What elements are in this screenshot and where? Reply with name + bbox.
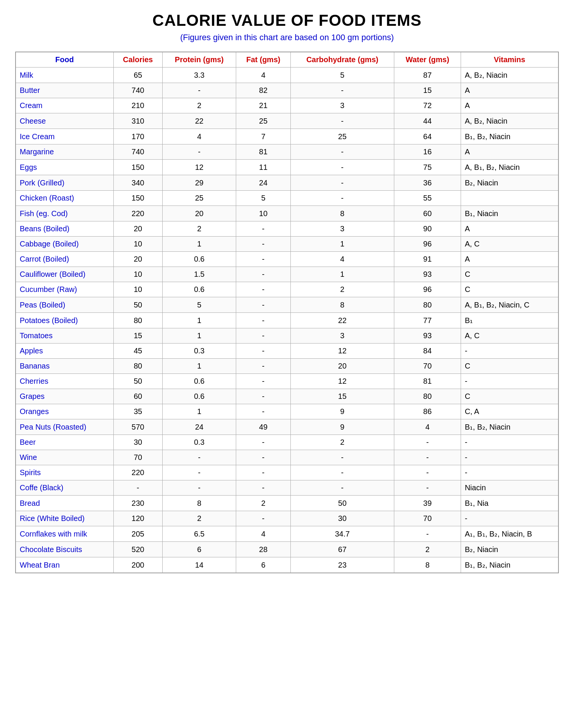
table-row: Cream210221372A: [16, 98, 558, 113]
num-cell: 67: [290, 542, 394, 557]
num-cell: -: [290, 160, 394, 175]
num-cell: 6: [236, 557, 291, 573]
vitamins-cell: B₁, Niacin: [461, 206, 558, 221]
food-name-cell: Oranges: [16, 404, 113, 419]
num-cell: 44: [394, 113, 461, 129]
num-cell: -: [290, 175, 394, 191]
table-row: Bananas801-2070C: [16, 359, 558, 374]
table-row: Cabbage (Boiled)101-196A, C: [16, 237, 558, 252]
table-row: Chocolate Biscuits520628672B₂, Niacin: [16, 542, 558, 557]
table-row: Milk653.34587A, B₂, Niacin: [16, 67, 558, 83]
num-cell: 12: [290, 374, 394, 389]
num-cell: 60: [394, 206, 461, 221]
num-cell: -: [236, 328, 291, 344]
table-row: Beer300.3-2--: [16, 435, 558, 450]
food-name-cell: Pork (Grilled): [16, 175, 113, 191]
num-cell: 740: [113, 83, 162, 98]
num-cell: 5: [162, 297, 236, 313]
num-cell: 3.3: [162, 67, 236, 83]
num-cell: 39: [394, 496, 461, 511]
num-cell: 50: [113, 374, 162, 389]
food-name-cell: Butter: [16, 83, 113, 98]
num-cell: -: [290, 144, 394, 160]
num-cell: 5: [236, 191, 291, 206]
vitamins-cell: B₂, Niacin: [461, 175, 558, 191]
col-header-vitamins: Vitamins: [461, 52, 558, 67]
num-cell: 87: [394, 67, 461, 83]
num-cell: 11: [236, 160, 291, 175]
num-cell: 16: [394, 144, 461, 160]
vitamins-cell: A, B₁, B₂, Niacin, C: [461, 297, 558, 313]
vitamins-cell: B₁, B₂, Niacin: [461, 129, 558, 144]
num-cell: -: [236, 267, 291, 282]
num-cell: 1: [162, 328, 236, 344]
num-cell: 82: [236, 83, 291, 98]
num-cell: 70: [394, 359, 461, 374]
num-cell: 2: [290, 282, 394, 297]
num-cell: -: [394, 435, 461, 450]
vitamins-cell: A: [461, 144, 558, 160]
num-cell: 4: [394, 419, 461, 435]
table-row: Tomatoes151-393A, C: [16, 328, 558, 344]
col-header-fat: Fat (gms): [236, 52, 291, 67]
food-name-cell: Spirits: [16, 465, 113, 480]
food-name-cell: Carrot (Boiled): [16, 252, 113, 267]
num-cell: 8: [290, 206, 394, 221]
num-cell: 6.5: [162, 526, 236, 542]
vitamins-cell: C: [461, 267, 558, 282]
num-cell: -: [162, 450, 236, 465]
num-cell: -: [162, 144, 236, 160]
num-cell: 0.3: [162, 435, 236, 450]
vitamins-cell: -: [461, 450, 558, 465]
num-cell: 205: [113, 526, 162, 542]
num-cell: -: [236, 511, 291, 526]
num-cell: 23: [290, 557, 394, 573]
vitamins-cell: C: [461, 359, 558, 374]
num-cell: 2: [162, 221, 236, 237]
food-name-cell: Margarine: [16, 144, 113, 160]
vitamins-cell: A, B₂, Niacin: [461, 113, 558, 129]
food-name-cell: Beer: [16, 435, 113, 450]
num-cell: 8: [162, 496, 236, 511]
num-cell: 70: [394, 511, 461, 526]
num-cell: 2: [290, 435, 394, 450]
num-cell: 4: [236, 526, 291, 542]
num-cell: -: [162, 480, 236, 496]
food-name-cell: Grapes: [16, 389, 113, 404]
vitamins-cell: A, C: [461, 328, 558, 344]
num-cell: -: [236, 252, 291, 267]
num-cell: -: [236, 359, 291, 374]
num-cell: 5: [290, 67, 394, 83]
food-name-cell: Rice (White Boiled): [16, 511, 113, 526]
table-row: Peas (Boiled)505-880A, B₁, B₂, Niacin, C: [16, 297, 558, 313]
vitamins-cell: A, B₁, B₂, Niacin: [461, 160, 558, 175]
table-row: Fish (eg. Cod)2202010860B₁, Niacin: [16, 206, 558, 221]
food-name-cell: Coffe (Black): [16, 480, 113, 496]
vitamins-cell: A: [461, 221, 558, 237]
table-row: Wheat Bran200146238B₁, B₂, Niacin: [16, 557, 558, 573]
num-cell: -: [236, 313, 291, 328]
num-cell: 1: [290, 237, 394, 252]
num-cell: 50: [113, 297, 162, 313]
col-header-water: Water (gms): [394, 52, 461, 67]
food-name-cell: Chicken (Roast): [16, 191, 113, 206]
num-cell: -: [236, 221, 291, 237]
num-cell: 20: [113, 221, 162, 237]
vitamins-cell: A, C: [461, 237, 558, 252]
num-cell: 96: [394, 282, 461, 297]
num-cell: 25: [162, 191, 236, 206]
food-name-cell: Wheat Bran: [16, 557, 113, 573]
col-header-calories: Calories: [113, 52, 162, 67]
table-row: Rice (White Boiled)1202-3070-: [16, 511, 558, 526]
food-name-cell: Beans (Boiled): [16, 221, 113, 237]
vitamins-cell: -: [461, 374, 558, 389]
table-row: Eggs1501211-75A, B₁, B₂, Niacin: [16, 160, 558, 175]
food-name-cell: Cream: [16, 98, 113, 113]
num-cell: 81: [236, 144, 291, 160]
num-cell: 20: [290, 359, 394, 374]
num-cell: 120: [113, 511, 162, 526]
food-name-cell: Ice Cream: [16, 129, 113, 144]
num-cell: 210: [113, 98, 162, 113]
vitamins-cell: C: [461, 389, 558, 404]
num-cell: 2: [236, 496, 291, 511]
